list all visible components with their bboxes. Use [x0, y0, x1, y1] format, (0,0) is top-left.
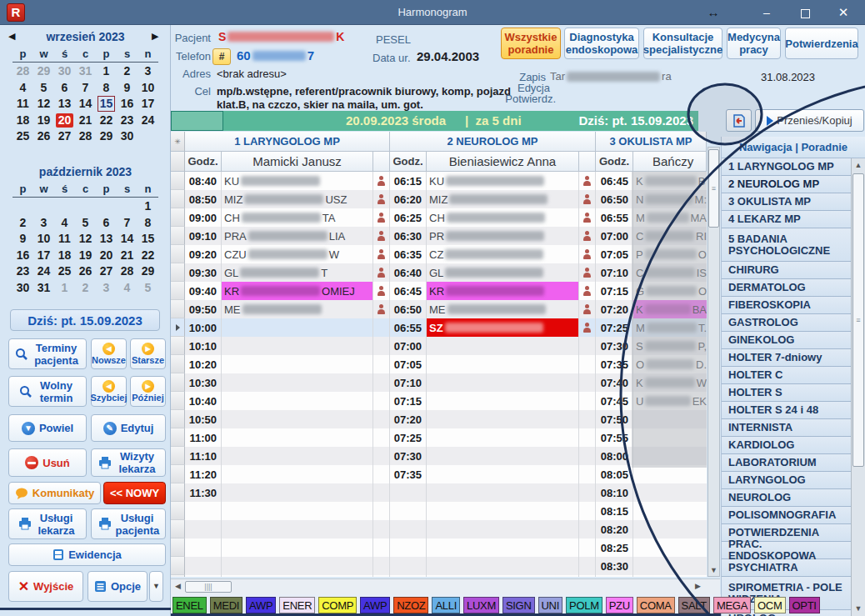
maximize-button[interactable] [797, 0, 813, 25]
tab-medycyna-pracy[interactable]: Medycyna pracy [727, 28, 781, 59]
slot-time[interactable]: 11:30 [185, 483, 222, 502]
slot-time[interactable]: 07:00 [596, 227, 633, 245]
slot-patient[interactable] [427, 483, 579, 502]
calendar-day[interactable]: 8 [103, 81, 110, 95]
doctor-name[interactable]: Bańczy [633, 152, 707, 172]
slot-time[interactable]: 10:10 [185, 337, 222, 355]
slot-patient[interactable] [633, 483, 707, 502]
payer-tag[interactable]: LUXM [463, 597, 499, 613]
nav-item[interactable]: DERMATOLOG [722, 279, 851, 297]
calendar-day[interactable]: 5 [41, 81, 48, 95]
scrollbar-thumb[interactable]: ≡ [708, 149, 719, 228]
slot-patient[interactable]: SZ [427, 318, 579, 337]
slot-patient[interactable]: KU [427, 172, 579, 190]
slot-patient[interactable] [427, 520, 579, 538]
nav-item[interactable]: CHIRURG [722, 262, 851, 279]
calendar-day[interactable]: 13 [100, 232, 113, 246]
calendar-day[interactable]: 6 [103, 216, 110, 230]
slot-patient[interactable] [222, 557, 373, 575]
calendar-day[interactable]: 24 [142, 113, 155, 128]
slot-patient[interactable] [633, 465, 707, 483]
calendar-day[interactable]: 2 [20, 216, 27, 230]
slot-patient[interactable] [427, 373, 579, 392]
nav-item[interactable]: PRAC. ENDOSKOPOWA [722, 542, 851, 559]
row-marker[interactable] [171, 483, 185, 502]
wyjscie-button[interactable]: ✕Wyjście [8, 571, 83, 602]
row-marker[interactable] [171, 520, 185, 538]
nav-item[interactable]: 1 LARYNGOLOG MP [722, 158, 851, 176]
schedule-row[interactable]: 11:0007:2507:55 [171, 428, 707, 447]
slot-patient[interactable] [222, 410, 373, 428]
slot-time[interactable]: 08:40 [185, 172, 222, 190]
schedule-row[interactable]: 10:0006:55SZ07:25MT. [171, 318, 707, 337]
payer-tag[interactable]: ENEL [172, 597, 207, 613]
slot-patient[interactable] [222, 373, 373, 392]
row-marker[interactable] [171, 447, 185, 465]
row-marker[interactable] [171, 190, 185, 208]
column-group-laryngolog[interactable]: 1 LARYNGOLOG MP [185, 132, 390, 152]
schedule-row[interactable]: 09:40KROMIEJ06:45KR07:15GO [171, 282, 707, 300]
slot-time[interactable]: 10:40 [185, 392, 222, 410]
slot-time[interactable]: 07:35 [596, 355, 633, 373]
szybciej-button[interactable]: ◀Szybciej [91, 376, 127, 407]
tab-konsultacje-specjalistyczne[interactable]: Konsultacje specjalistyczne [643, 28, 722, 59]
slot-time[interactable]: 07:25 [596, 318, 633, 337]
calendar-day[interactable]: 24 [38, 264, 51, 278]
payer-tag[interactable]: SIGN [502, 597, 535, 613]
slot-time[interactable]: 10:00 [185, 318, 222, 337]
payer-tag[interactable]: ALLI [432, 597, 460, 613]
slot-patient[interactable] [427, 410, 579, 428]
slot-time[interactable]: 11:10 [185, 447, 222, 465]
payer-tag[interactable]: OPTI [789, 597, 820, 613]
calendar-day[interactable]: 15 [142, 232, 155, 246]
slot-time[interactable]: 07:30 [596, 337, 633, 355]
slot-time[interactable] [185, 502, 222, 520]
calendar-day[interactable]: 22 [142, 248, 155, 263]
slot-time[interactable]: 06:30 [390, 227, 427, 245]
payer-tag[interactable]: AWP [246, 597, 276, 613]
row-marker[interactable] [171, 465, 185, 483]
calendar-day[interactable]: 9 [20, 232, 27, 246]
doctor-name[interactable]: Mamicki Janusz [222, 152, 373, 172]
row-marker[interactable] [171, 282, 185, 300]
slot-time[interactable]: 08:15 [596, 502, 633, 520]
tab-wszystkie-poradnie[interactable]: Wszystkie poradnie [501, 28, 561, 59]
payer-tag[interactable]: COMA [637, 597, 675, 613]
slot-patient[interactable] [633, 557, 707, 575]
slot-time[interactable] [390, 557, 427, 575]
calendar-day[interactable]: 13 [58, 97, 72, 111]
slot-patient[interactable]: PRALIA [222, 227, 373, 245]
nav-item[interactable]: LABORATORIUM [722, 454, 851, 472]
slot-patient[interactable] [222, 502, 373, 520]
slot-patient[interactable]: CZUW [222, 245, 373, 263]
slot-time[interactable]: 07:20 [390, 410, 427, 428]
slot-time[interactable]: 09:00 [185, 208, 222, 227]
row-marker[interactable] [171, 227, 185, 245]
calendar-day[interactable]: 3 [145, 64, 152, 78]
przenies-kopiuj-button[interactable]: Przenieś/Kopiuj [755, 109, 864, 132]
minimize-button[interactable]: – [758, 0, 775, 25]
komunikaty-button[interactable]: Komunikaty [8, 482, 101, 504]
slot-patient[interactable] [427, 355, 579, 373]
nav-item[interactable]: LARYNGOLOG [722, 472, 851, 489]
slot-time[interactable]: 06:15 [390, 172, 427, 190]
slot-patient[interactable] [222, 337, 373, 355]
slot-patient[interactable] [633, 502, 707, 520]
column-group-neurolog[interactable]: 2 NEUROLOG MP [390, 132, 596, 152]
calendar-day[interactable]: 23 [121, 113, 134, 128]
calendar-day[interactable]: 7 [82, 81, 89, 95]
calendar-day[interactable]: 17 [142, 97, 155, 111]
schedule-row[interactable]: 10:2007:0507:35OD. [171, 355, 707, 373]
calendar-day[interactable]: 23 [17, 264, 30, 278]
slot-time[interactable] [390, 483, 427, 502]
nav-item[interactable]: 3 OKULISTA MP [722, 193, 851, 211]
slot-patient[interactable] [222, 447, 373, 465]
scroll-left-icon[interactable]: ◀ [175, 582, 181, 590]
slot-time[interactable]: 07:40 [596, 373, 633, 392]
slot-patient[interactable]: GL [427, 263, 579, 282]
schedule-row[interactable]: 09:20CZUW06:35CZ07:05PO [171, 245, 707, 263]
slot-time[interactable]: 06:55 [390, 318, 427, 337]
opcje-dropdown-button[interactable]: ▼ [149, 571, 163, 602]
calendar-day[interactable]: 18 [17, 113, 30, 128]
slot-patient[interactable] [222, 520, 373, 538]
